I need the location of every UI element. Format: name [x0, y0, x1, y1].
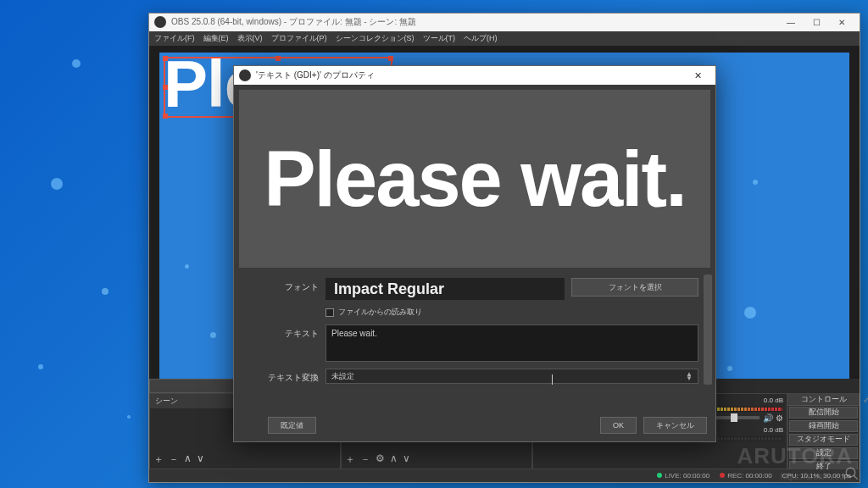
mixer-media-db: 0.0 dB — [764, 426, 783, 434]
defaults-button[interactable]: 既定値 — [268, 417, 316, 434]
mixer-mic-db: 0.0 dB — [764, 396, 783, 404]
remove-source-button[interactable]: － — [360, 452, 370, 467]
dock-icon[interactable]: ⤢ — [863, 394, 868, 405]
read-from-file-checkbox[interactable] — [326, 308, 334, 317]
statusbar: LIVE: 00:00:00 REC: 00:00:00 CPU: 10.1%,… — [149, 469, 860, 482]
menubar: ファイル(F) 編集(E) 表示(V) プロファイル(P) シーンコレクション(… — [149, 31, 860, 46]
menu-help[interactable]: ヘルプ(H) — [464, 33, 498, 44]
source-down-button[interactable]: ∨ — [403, 452, 410, 467]
start-record-button[interactable]: 録画開始 — [789, 420, 858, 432]
font-label: フォント — [268, 278, 319, 293]
spinner-icon[interactable]: ▲▼ — [686, 372, 693, 380]
dialog-logo-icon — [239, 69, 251, 81]
add-scene-button[interactable]: ＋ — [153, 452, 164, 467]
dialog-preview-text: Please wait. — [264, 135, 686, 224]
font-display: Impact Regular — [326, 278, 565, 300]
close-button[interactable]: ✕ — [829, 14, 854, 30]
scene-up-button[interactable]: ∧ — [184, 452, 192, 467]
text-input[interactable] — [326, 324, 698, 362]
dialog-titlebar[interactable]: 'テキスト (GDI+)' のプロパティ ✕ — [234, 66, 715, 85]
properties-dialog: 'テキスト (GDI+)' のプロパティ ✕ Please wait. フォント… — [233, 65, 716, 442]
titlebar: OBS 25.0.8 (64-bit, windows) - プロファイル: 無… — [149, 14, 860, 31]
menu-file[interactable]: ファイル(F) — [154, 33, 195, 44]
text-cursor-icon — [552, 374, 553, 385]
mic-mute-icon[interactable]: 🔊 — [763, 413, 773, 423]
start-stream-button[interactable]: 配信開始 — [789, 407, 858, 419]
mic-gear-icon[interactable]: ⚙ — [776, 413, 783, 423]
svg-point-0 — [846, 468, 855, 477]
menu-scene-collection[interactable]: シーンコレクション(S) — [336, 33, 415, 44]
dialog-form: フォント Impact Regular フォントを選択 ファイルからの読み取り … — [234, 273, 715, 414]
source-up-button[interactable]: ∧ — [390, 452, 398, 467]
read-from-file-label: ファイルからの読み取り — [338, 307, 422, 318]
cancel-button[interactable]: キャンセル — [643, 417, 707, 434]
add-source-button[interactable]: ＋ — [345, 452, 355, 467]
menu-edit[interactable]: 編集(E) — [203, 33, 229, 44]
source-settings-button[interactable]: ⚙ — [376, 452, 385, 467]
live-dot-icon — [657, 473, 662, 478]
ok-button[interactable]: OK — [600, 417, 637, 434]
remove-scene-button[interactable]: － — [169, 452, 179, 467]
status-rec: REC: 00:00:00 — [727, 472, 771, 480]
transform-value: 未設定 — [331, 371, 354, 382]
minimize-button[interactable]: — — [778, 14, 804, 30]
transform-label: テキスト変換 — [268, 369, 319, 384]
menu-profile[interactable]: プロファイル(P) — [271, 33, 327, 44]
dialog-preview: Please wait. — [239, 90, 710, 268]
dialog-title: 'テキスト (GDI+)' のプロパティ — [256, 69, 375, 81]
window-title: OBS 25.0.8 (64-bit, windows) - プロファイル: 無… — [171, 16, 416, 28]
dialog-buttons: 既定値 OK キャンセル — [234, 414, 715, 441]
controls-panel: コントロール⤢ 配信開始 録画開始 スタジオモード 設定 終了 — [787, 393, 860, 469]
form-scrollbar[interactable] — [704, 274, 712, 385]
text-label: テキスト — [268, 324, 319, 340]
transform-select[interactable]: 未設定 ▲▼ — [326, 369, 698, 384]
dialog-close-button[interactable]: ✕ — [685, 70, 710, 81]
scene-down-button[interactable]: ∨ — [197, 452, 204, 467]
taskbar-search-icon[interactable] — [839, 462, 865, 485]
menu-tools[interactable]: ツール(T) — [423, 33, 456, 44]
obs-logo-icon — [154, 16, 166, 28]
studio-mode-button[interactable]: スタジオモード — [789, 434, 858, 446]
maximize-button[interactable]: ☐ — [804, 14, 829, 30]
settings-button[interactable]: 設定 — [789, 447, 858, 459]
select-font-button[interactable]: フォントを選択 — [571, 278, 698, 297]
menu-view[interactable]: 表示(V) — [237, 33, 263, 44]
rec-dot-icon — [720, 473, 725, 478]
controls-header: コントロール — [801, 394, 847, 405]
svg-line-1 — [854, 475, 858, 480]
status-live: LIVE: 00:00:00 — [665, 472, 709, 480]
